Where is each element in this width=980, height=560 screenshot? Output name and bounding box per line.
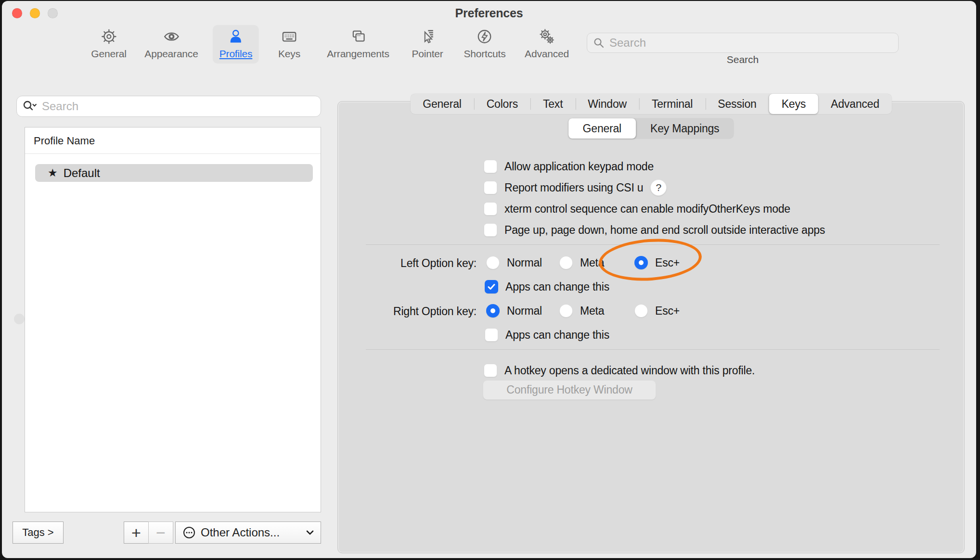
tab-colors[interactable]: Colors xyxy=(474,94,530,114)
tab-text[interactable]: Text xyxy=(530,94,575,114)
toolbar-item-advanced[interactable]: Advanced xyxy=(518,25,576,64)
checkbox-box[interactable] xyxy=(484,364,497,377)
checkbox-right-apps-can-change[interactable]: Apps can change this xyxy=(485,328,609,342)
radio-right-option-normal[interactable]: Normal xyxy=(486,304,542,318)
radio-label: Meta xyxy=(580,305,604,318)
checkbox-label: Report modifiers using CSI u xyxy=(504,181,643,194)
lightning-icon xyxy=(477,28,493,45)
toolbar-search-field[interactable] xyxy=(587,33,899,53)
tab-general[interactable]: General xyxy=(410,94,474,114)
left-option-key-label: Left Option key: xyxy=(351,257,477,270)
profile-tab-bar: General Colors Text Window Terminal Sess… xyxy=(410,94,892,114)
checkbox-box[interactable] xyxy=(485,328,498,342)
chevron-down-icon xyxy=(306,530,314,535)
checkbox-label: Allow application keypad mode xyxy=(504,160,654,173)
profile-search-field[interactable] xyxy=(16,96,321,117)
radio-label: Meta xyxy=(580,256,604,269)
scoped-search-icon[interactable] xyxy=(23,100,37,113)
gears-icon xyxy=(539,28,555,45)
other-actions-dropdown[interactable]: Other Actions... xyxy=(175,522,321,544)
checkbox-box[interactable] xyxy=(485,280,498,293)
keys-subtab-bar: General Key Mappings xyxy=(568,118,734,139)
radio-left-option-meta[interactable]: Meta xyxy=(559,255,604,270)
help-button[interactable]: ? xyxy=(650,179,667,196)
checkbox-label: xterm control sequence can enable modify… xyxy=(504,203,790,216)
search-icon xyxy=(593,37,605,49)
add-profile-button[interactable]: + xyxy=(124,522,149,544)
subtab-general[interactable]: General xyxy=(568,118,636,139)
profile-row-default[interactable]: ★ Default xyxy=(35,164,313,182)
radio-left-option-normal[interactable]: Normal xyxy=(486,255,542,270)
radio-button[interactable] xyxy=(559,256,573,269)
windows-icon xyxy=(350,28,366,45)
checkbox-modifyotherkeys[interactable]: xterm control sequence can enable modify… xyxy=(484,202,790,216)
checkbox-label: Apps can change this xyxy=(505,280,609,293)
separator xyxy=(366,349,940,350)
checkbox-hotkey-window[interactable]: A hotkey opens a dedicated window with t… xyxy=(484,363,755,378)
toolbar-search-caption: Search xyxy=(587,54,899,65)
toolbar-search-input[interactable] xyxy=(609,36,892,50)
checkbox-box[interactable] xyxy=(484,181,497,194)
checkbox-label: Page up, page down, home and end scroll … xyxy=(504,224,825,237)
radio-right-option-meta[interactable]: Meta xyxy=(559,304,604,318)
keyboard-icon xyxy=(281,28,297,45)
window-title: Preferences xyxy=(2,6,976,20)
tab-session[interactable]: Session xyxy=(705,94,769,114)
toolbar-item-keys[interactable]: Keys xyxy=(271,25,307,64)
star-icon: ★ xyxy=(48,166,58,179)
toolbar-item-general[interactable]: General xyxy=(84,25,133,64)
checkbox-box[interactable] xyxy=(484,160,497,173)
toolbar-label: Appearance xyxy=(144,48,198,60)
radio-left-option-esc[interactable]: Esc+ xyxy=(634,255,680,270)
tags-button[interactable]: Tags > xyxy=(13,522,64,544)
radio-label: Esc+ xyxy=(655,305,680,318)
toolbar-item-pointer[interactable]: Pointer xyxy=(405,25,450,64)
radio-button[interactable] xyxy=(559,304,573,318)
circle-ellipsis-icon xyxy=(182,526,196,539)
tab-keys[interactable]: Keys xyxy=(769,94,818,114)
radio-label: Normal xyxy=(507,305,542,318)
toolbar-item-profiles[interactable]: Profiles xyxy=(213,25,259,64)
toolbar-label: General xyxy=(91,48,126,60)
radio-right-option-esc[interactable]: Esc+ xyxy=(634,304,680,318)
remove-profile-button[interactable]: − xyxy=(148,522,173,544)
checkbox-csi-u[interactable]: Report modifiers using CSI u ? xyxy=(484,180,667,195)
toolbar-item-arrangements[interactable]: Arrangements xyxy=(320,25,396,64)
radio-button[interactable] xyxy=(486,256,500,269)
checkbox-left-apps-can-change[interactable]: Apps can change this xyxy=(485,280,609,294)
checkbox-scroll-outside-apps[interactable]: Page up, page down, home and end scroll … xyxy=(484,223,825,237)
splitter-handle[interactable] xyxy=(14,314,25,324)
tab-terminal[interactable]: Terminal xyxy=(639,94,705,114)
profile-list: Profile Name ★ Default xyxy=(25,127,321,512)
toolbar-label: Shortcuts xyxy=(464,48,506,60)
preferences-window: Preferences General Appearance Profiles xyxy=(2,1,976,558)
checkbox-box[interactable] xyxy=(484,223,497,237)
checkbox-label: A hotkey opens a dedicated window with t… xyxy=(504,364,755,377)
eye-icon xyxy=(163,28,180,45)
right-option-key-label: Right Option key: xyxy=(351,305,477,318)
subtab-key-mappings[interactable]: Key Mappings xyxy=(636,118,734,139)
profile-list-header: Profile Name xyxy=(25,127,321,154)
checkbox-keypad-mode[interactable]: Allow application keypad mode xyxy=(484,159,654,174)
checkbox-label: Apps can change this xyxy=(505,329,609,342)
profile-search-input[interactable] xyxy=(42,100,315,113)
checkbox-box[interactable] xyxy=(484,202,497,216)
profile-name: Default xyxy=(64,166,100,180)
configure-hotkey-window-button[interactable]: Configure Hotkey Window xyxy=(483,380,656,400)
radio-button[interactable] xyxy=(634,304,648,318)
separator xyxy=(366,244,940,245)
toolbar-label: Keys xyxy=(278,48,300,60)
radio-label: Esc+ xyxy=(655,256,680,269)
toolbar-label: Pointer xyxy=(412,48,443,60)
radio-button[interactable] xyxy=(634,256,648,269)
tab-advanced[interactable]: Advanced xyxy=(818,94,892,114)
toolbar-label: Arrangements xyxy=(327,48,389,60)
gear-icon xyxy=(101,28,117,45)
tab-window[interactable]: Window xyxy=(575,94,639,114)
toolbar-item-shortcuts[interactable]: Shortcuts xyxy=(457,25,513,64)
cursor-icon xyxy=(419,28,436,45)
toolbar-label: Profiles xyxy=(219,48,252,60)
radio-button[interactable] xyxy=(486,304,500,318)
toolbar-item-appearance[interactable]: Appearance xyxy=(138,25,205,64)
toolbar-label: Advanced xyxy=(525,48,569,60)
